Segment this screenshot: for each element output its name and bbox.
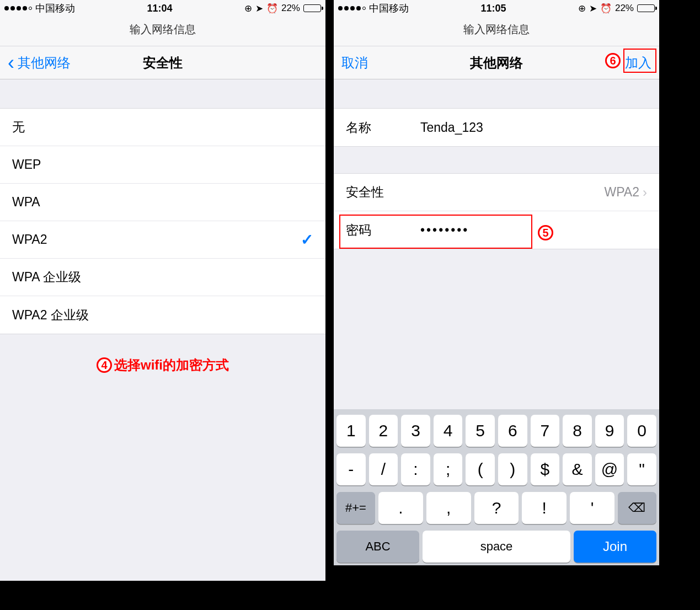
keyboard: 1 2 3 4 5 6 7 8 9 0 - / : ; ( ) $ & @ " … [334,409,659,565]
security-option-wep[interactable]: WEP [0,146,325,184]
name-section: 名称 Tenda_123 [334,108,659,147]
carrier-label: 中国移动 [369,2,409,15]
phone-other-network-screen: 中国移动 11:05 ⊕ ➤ ⏰ 22% 输入网络信息 取消 其他网络 加入 6… [334,0,659,565]
battery-pct: 22% [281,3,300,14]
password-input[interactable]: •••••••• [420,223,647,238]
status-bar: 中国移动 11:05 ⊕ ➤ ⏰ 22% [334,0,659,17]
subheader: 输入网络信息 [0,17,325,46]
annotation-5-number: 5 [538,225,553,240]
security-row[interactable]: 安全性 WPA2 › [334,174,659,211]
lock-icon: ⊕ [578,3,586,14]
chevron-left-icon: ‹ [8,53,14,73]
status-time: 11:04 [147,3,172,14]
security-options-list: 无 WEP WPA WPA2 ✓ WPA 企业级 WPA2 企业级 [0,108,325,334]
signal-icon [4,6,32,10]
battery-pct: 22% [615,3,634,14]
key-amp[interactable]: & [563,453,592,485]
annotation-4: 4 选择wifi的加密方式 [0,334,325,374]
location-icon: ➤ [255,3,263,14]
annotation-4-number: 4 [97,357,112,373]
key-7[interactable]: 7 [531,415,560,447]
back-button[interactable]: ‹ 其他网络 [8,53,74,73]
backspace-icon: ⌫ [628,501,645,515]
join-label: 加入 [625,54,651,72]
key-8[interactable]: 8 [563,415,592,447]
key-comma[interactable]: , [426,492,471,524]
key-lparen[interactable]: ( [466,453,495,485]
key-exclaim[interactable]: ! [522,492,567,524]
key-semicolon[interactable]: ; [434,453,463,485]
key-dash[interactable]: - [336,453,366,485]
key-backspace[interactable]: ⌫ [618,492,656,524]
network-name-row[interactable]: 名称 Tenda_123 [334,109,659,146]
checkmark-icon: ✓ [301,231,313,249]
name-label: 名称 [346,119,420,136]
status-time: 11:05 [480,3,506,14]
key-join[interactable]: Join [574,531,656,563]
key-9[interactable]: 9 [595,415,624,447]
security-option-none[interactable]: 无 [0,109,325,146]
security-value: WPA2 [420,185,643,200]
key-3[interactable]: 3 [401,415,430,447]
key-4[interactable]: 4 [434,415,463,447]
password-row[interactable]: 密码 •••••••• [334,211,659,249]
key-apostrophe[interactable]: ' [570,492,614,524]
chevron-right-icon: › [643,185,647,200]
name-input[interactable]: Tenda_123 [420,120,647,135]
lock-icon: ⊕ [244,3,252,14]
security-option-wpa2-enterprise[interactable]: WPA2 企业级 [0,296,325,334]
status-bar: 中国移动 11:04 ⊕ ➤ ⏰ 22% [0,0,325,17]
battery-icon [303,4,321,12]
key-space[interactable]: space [423,531,570,563]
battery-icon [637,4,655,12]
key-dollar[interactable]: $ [531,453,560,485]
security-option-wpa[interactable]: WPA [0,184,325,221]
alarm-icon: ⏰ [266,3,278,14]
nav-title: 其他网络 [408,54,585,72]
key-6[interactable]: 6 [498,415,527,447]
subheader: 输入网络信息 [334,17,659,46]
nav-title: 安全性 [74,54,252,72]
key-question[interactable]: ? [474,492,519,524]
key-slash[interactable]: / [369,453,398,485]
phone-security-screen: 中国移动 11:04 ⊕ ➤ ⏰ 22% 输入网络信息 ‹ 其他网络 安全性 无… [0,0,325,581]
key-rparen[interactable]: ) [498,453,527,485]
key-1[interactable]: 1 [336,415,366,447]
location-icon: ➤ [589,3,597,14]
cancel-label: 取消 [341,54,368,72]
key-abc[interactable]: ABC [336,531,419,563]
annotation-6-number: 6 [605,53,621,68]
back-label: 其他网络 [18,54,71,72]
carrier-label: 中国移动 [35,2,75,15]
key-symbols[interactable]: #+= [336,492,375,524]
password-label: 密码 [346,222,420,239]
key-colon[interactable]: : [401,453,430,485]
key-at[interactable]: @ [595,453,624,485]
key-5[interactable]: 5 [466,415,495,447]
key-period[interactable]: . [378,492,423,524]
nav-bar: ‹ 其他网络 安全性 [0,46,325,79]
security-option-wpa-enterprise[interactable]: WPA 企业级 [0,259,325,296]
key-0[interactable]: 0 [627,415,656,447]
alarm-icon: ⏰ [600,3,612,14]
cancel-button[interactable]: 取消 [341,54,408,72]
security-option-wpa2[interactable]: WPA2 ✓ [0,221,325,259]
annotation-4-text: 选择wifi的加密方式 [114,356,229,374]
security-password-section: 安全性 WPA2 › 密码 •••••••• [334,173,659,249]
key-quote[interactable]: " [627,453,656,485]
signal-icon [338,6,366,10]
security-label: 安全性 [346,184,420,201]
key-2[interactable]: 2 [369,415,398,447]
